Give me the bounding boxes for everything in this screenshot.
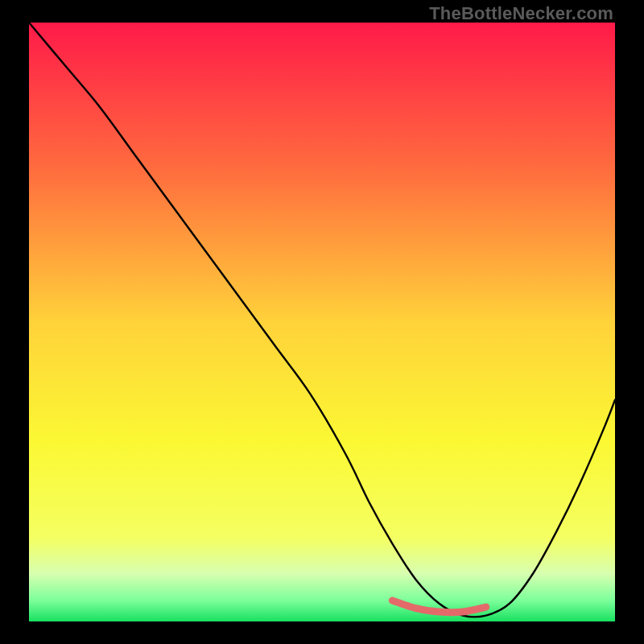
plot-area — [29, 23, 615, 621]
gradient-background — [29, 23, 615, 621]
watermark-text: TheBottleNecker.com — [429, 3, 613, 24]
chart-svg — [29, 23, 615, 621]
chart-stage: TheBottleNecker.com — [0, 0, 644, 644]
